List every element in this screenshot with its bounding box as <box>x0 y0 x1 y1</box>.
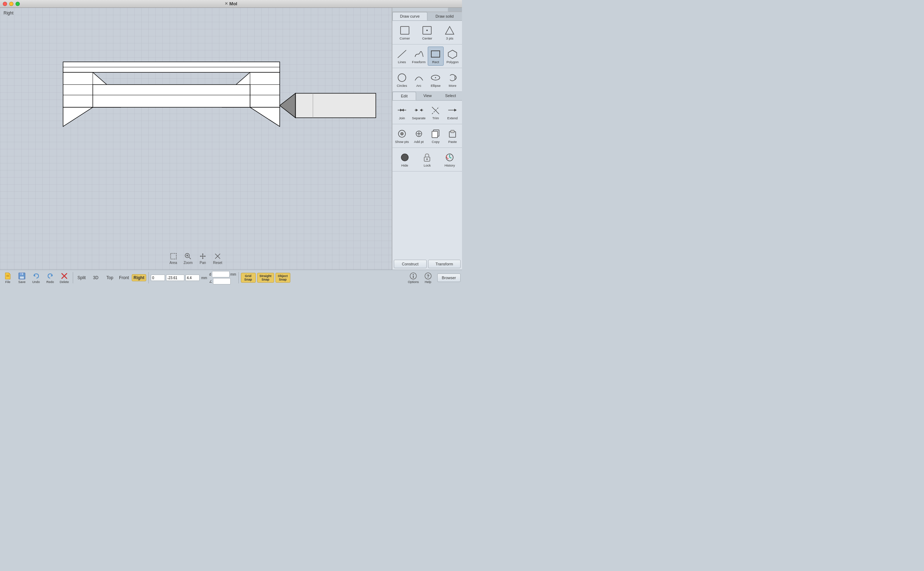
file-button[interactable]: File <box>2 271 14 284</box>
close-button[interactable] <box>3 2 7 6</box>
svg-text:?: ? <box>427 274 429 279</box>
corner-tool[interactable]: Corner <box>394 23 416 42</box>
hide-label: Hide <box>401 164 408 167</box>
maximize-button[interactable] <box>15 2 20 6</box>
center-icon <box>421 25 433 36</box>
pan-icon <box>199 252 207 260</box>
more-tool[interactable]: More <box>444 70 461 89</box>
zoom-tool[interactable]: Zoom <box>181 251 196 266</box>
straight-snap-label2: Snap <box>262 278 269 281</box>
browser-button[interactable]: Browser <box>437 273 461 282</box>
ellipse-tool[interactable]: Ellipse <box>428 70 444 89</box>
svg-marker-49 <box>420 109 422 111</box>
grid-snap-button[interactable]: Grid Snap <box>241 273 256 283</box>
construct-button[interactable]: Construct <box>394 260 427 268</box>
separate-tool[interactable]: Separate <box>411 103 427 122</box>
lock-tool[interactable]: Lock <box>416 150 438 169</box>
paste-tool[interactable]: Paste <box>444 127 461 145</box>
save-icon <box>18 272 26 280</box>
trim-label: Trim <box>432 116 439 120</box>
history-tool[interactable]: History <box>439 150 461 169</box>
canvas-area[interactable]: Right <box>0 8 392 270</box>
unit-mm-label: mm <box>230 272 236 276</box>
tab-draw-curve[interactable]: Draw curve <box>392 12 427 20</box>
file-label: File <box>5 280 11 284</box>
top-view-button[interactable]: Top <box>104 275 116 281</box>
canvas-grid: Right <box>0 8 392 270</box>
delete-icon <box>60 272 68 280</box>
help-button[interactable]: ? Help <box>422 271 435 284</box>
arc-tool[interactable]: Arc <box>411 70 427 89</box>
area-tool[interactable]: Area <box>167 251 180 266</box>
minimize-button[interactable] <box>9 2 14 6</box>
app-title: Mol <box>229 1 237 6</box>
undo-button[interactable]: Undo <box>30 271 42 284</box>
tab-draw-solid[interactable]: Draw solid <box>427 12 462 20</box>
reset-tool[interactable]: Reset <box>210 251 225 266</box>
freeform-tool[interactable]: Freeform <box>411 46 427 66</box>
svg-marker-11 <box>250 107 280 127</box>
front-view-button[interactable]: Front <box>118 275 130 281</box>
coord-z-input[interactable] <box>186 275 200 281</box>
split-button[interactable]: Split <box>75 275 88 281</box>
undo-label: Undo <box>32 280 40 284</box>
right-view-button[interactable]: Right <box>132 274 146 281</box>
add-pt-icon <box>413 128 424 139</box>
save-label: Save <box>19 280 26 284</box>
show-pts-tool[interactable]: Show pts <box>394 127 410 145</box>
angle-symbol: ∠ <box>209 279 212 283</box>
3pts-tool[interactable]: 3 pts <box>439 23 461 42</box>
3d-button[interactable]: 3D <box>89 275 102 281</box>
svg-line-20 <box>189 257 191 259</box>
drawing-canvas[interactable] <box>0 8 392 270</box>
pan-label: Pan <box>200 261 206 265</box>
svg-rect-18 <box>170 253 176 259</box>
lines-label: Lines <box>398 60 406 64</box>
redo-label: Redo <box>46 280 54 284</box>
coord-y-input[interactable] <box>166 275 184 281</box>
redo-button[interactable]: Redo <box>44 271 57 284</box>
panel-scrollbar[interactable] <box>392 8 462 12</box>
trim-tool[interactable]: Trim <box>428 103 444 122</box>
delete-button[interactable]: Delete <box>58 271 71 284</box>
save-button[interactable]: Save <box>15 271 28 284</box>
corner-icon <box>399 25 410 36</box>
extend-tool[interactable]: Extend <box>444 103 461 122</box>
rect-tool[interactable]: Rect <box>428 46 444 66</box>
polygon-tool[interactable]: Polygon <box>444 46 461 66</box>
svg-marker-26 <box>202 258 203 259</box>
tab-view[interactable]: View <box>416 92 439 100</box>
arc-label: Arc <box>416 83 421 88</box>
arc-icon <box>413 72 424 83</box>
add-pt-tool[interactable]: Add pt <box>411 127 427 145</box>
3d-label: 3D <box>93 275 98 280</box>
angle-input[interactable] <box>213 278 231 284</box>
help-label: Help <box>424 280 431 284</box>
svg-point-40 <box>435 77 436 78</box>
edit-tools-row3: Hide Lock <box>392 148 462 171</box>
tab-edit[interactable]: Edit <box>392 92 416 100</box>
ellipse-label: Ellipse <box>430 83 440 88</box>
svg-rect-14 <box>295 93 376 117</box>
edit-tools-grid-3: Hide Lock <box>394 150 461 169</box>
object-snap-label2: Snap <box>279 278 287 281</box>
circles-tool[interactable]: Circles <box>394 70 410 89</box>
copy-tool[interactable]: Copy <box>428 127 444 145</box>
hide-tool[interactable]: Hide <box>394 150 416 169</box>
transform-button[interactable]: Transform <box>428 260 461 268</box>
straight-snap-label: Straight <box>260 274 272 278</box>
tab-select[interactable]: Select <box>439 92 462 100</box>
pan-tool[interactable]: Pan <box>196 251 209 266</box>
trim-icon <box>430 105 441 116</box>
svg-point-55 <box>401 132 403 135</box>
coord-x-input[interactable] <box>151 275 165 281</box>
lines-tool[interactable]: Lines <box>394 46 410 66</box>
right-label: Right <box>133 275 144 280</box>
options-button[interactable]: Options <box>407 271 420 284</box>
d-input[interactable] <box>212 271 230 278</box>
straight-snap-button[interactable]: Straight Snap <box>257 273 274 283</box>
object-snap-button[interactable]: Object Snap <box>275 273 290 283</box>
svg-rect-12 <box>93 85 250 107</box>
center-tool[interactable]: Center <box>416 23 438 42</box>
join-tool[interactable]: Join <box>394 103 410 122</box>
